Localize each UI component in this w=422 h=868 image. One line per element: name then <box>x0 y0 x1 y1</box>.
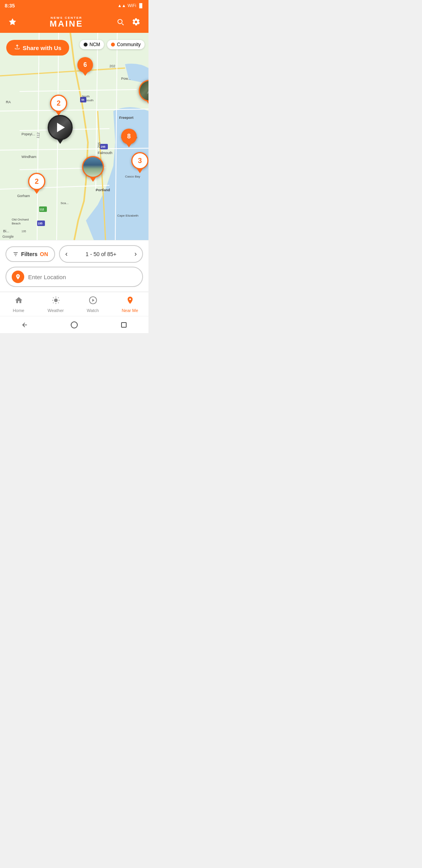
search-button[interactable] <box>113 15 127 29</box>
pin-2-bottom-tail <box>34 189 40 194</box>
recents-button[interactable] <box>118 319 129 330</box>
favorite-button[interactable] <box>5 15 20 29</box>
pin-8-tail <box>126 143 132 147</box>
next-page-button[interactable]: › <box>134 250 137 258</box>
svg-text:Windham: Windham <box>21 155 36 159</box>
svg-text:95: 95 <box>81 99 84 101</box>
photo-pin-landscape[interactable] <box>82 156 104 182</box>
filters-label: Filters <box>21 251 38 257</box>
status-icons: ▲▲ WiFi ▐▌ <box>118 3 144 8</box>
photo-inner-landscape <box>83 157 103 177</box>
svg-text:195: 195 <box>38 222 43 225</box>
svg-text:Beach: Beach <box>12 222 21 225</box>
svg-text:202: 202 <box>109 64 115 68</box>
upload-icon <box>14 44 20 52</box>
photo-play-inner <box>49 116 72 139</box>
svg-text:112: 112 <box>39 208 44 211</box>
legend-ncm-label: NCM <box>89 42 100 47</box>
location-input[interactable] <box>28 274 137 280</box>
battery-icon: ▐▌ <box>138 3 144 8</box>
nav-weather-label: Weather <box>48 308 64 313</box>
svg-text:Bi...: Bi... <box>3 229 9 233</box>
svg-text:Sca...: Sca... <box>61 201 68 205</box>
svg-text:112: 112 <box>36 132 40 138</box>
weather-icon <box>52 296 60 307</box>
nav-watch[interactable]: Watch <box>74 292 111 316</box>
svg-text:Freeport: Freeport <box>119 116 134 120</box>
status-bar: 8:35 ▲▲ WiFi ▐▌ <box>0 0 148 11</box>
signal-icon: ▲▲ <box>118 3 126 8</box>
status-time: 8:35 <box>5 3 15 9</box>
pin-3-value: 3 <box>131 152 148 169</box>
share-with-us-button[interactable]: Share with Us <box>6 40 69 56</box>
location-icon[interactable] <box>12 271 24 283</box>
pin-8-value: 8 <box>121 129 137 144</box>
nav-nearme-label: Near Me <box>122 308 138 313</box>
prev-page-button[interactable]: ‹ <box>65 250 68 258</box>
nav-watch-label: Watch <box>87 308 99 313</box>
nav-bar: Home Weather Watch Near Me <box>0 292 148 316</box>
logo-maine: MAINE <box>50 20 83 28</box>
share-btn-label: Share with Us <box>23 45 61 51</box>
home-icon <box>14 296 23 307</box>
svg-text:Casco Bay: Casco Bay <box>125 175 140 178</box>
map-pin-6[interactable]: 6 <box>77 57 93 77</box>
legend-ncm-dot <box>84 43 88 47</box>
svg-text:Old Orchard: Old Orchard <box>12 218 29 221</box>
legend-community: Community <box>107 40 145 49</box>
bottom-panel: Filters ON ‹ 1 - 50 of 85+ › <box>0 240 148 292</box>
pin-6-value: 6 <box>77 57 93 73</box>
pin-2-left-value: 2 <box>50 95 67 112</box>
photo-pin-video[interactable] <box>48 115 73 144</box>
pagination-control[interactable]: ‹ 1 - 50 of 85+ › <box>59 245 143 263</box>
map-pin-2-bottom[interactable]: 2 <box>28 173 45 194</box>
photo-play-tail <box>57 139 63 144</box>
pagination-text: 1 - 50 of 85+ <box>86 251 116 257</box>
location-row <box>5 267 143 287</box>
svg-text:Cape Elizabeth: Cape Elizabeth <box>117 214 138 217</box>
svg-text:Falmouth: Falmouth <box>98 151 113 155</box>
svg-text:295: 295 <box>101 145 106 148</box>
filters-status: ON <box>40 251 48 257</box>
photo-tail-forest <box>147 101 148 106</box>
watch-icon <box>89 296 97 307</box>
back-button[interactable] <box>19 319 30 330</box>
svg-text:195: 195 <box>21 230 26 233</box>
photo-circle-forest <box>139 80 148 102</box>
map-pin-2-left[interactable]: 2 <box>50 95 67 116</box>
google-credit: Google <box>2 235 14 239</box>
system-nav-bar <box>0 316 148 333</box>
svg-text:Pow...: Pow... <box>121 77 131 81</box>
photo-tail-landscape <box>90 177 96 182</box>
photo-inner-forest <box>140 81 148 100</box>
header: NEWS CENTER MAINE <box>0 11 148 33</box>
pin-6-tail <box>82 72 88 76</box>
nav-home[interactable]: Home <box>0 292 37 316</box>
svg-text:Gorham: Gorham <box>17 194 30 198</box>
settings-button[interactable] <box>129 15 143 29</box>
home-system-button[interactable] <box>69 319 80 330</box>
nav-nearme[interactable]: Near Me <box>111 292 148 316</box>
nav-weather[interactable]: Weather <box>37 292 74 316</box>
svg-text:RA: RA <box>6 100 11 104</box>
wifi-icon: WiFi <box>127 3 136 8</box>
svg-point-32 <box>54 298 57 302</box>
filters-button[interactable]: Filters ON <box>5 246 55 262</box>
legend-ncm: NCM <box>80 40 104 49</box>
nearme-icon <box>126 296 134 307</box>
legend-community-dot <box>111 43 115 47</box>
photo-pin-forest[interactable] <box>139 80 148 106</box>
recents-square-icon <box>121 322 127 328</box>
header-logo: NEWS CENTER MAINE <box>20 16 113 28</box>
svg-text:Popeyi...: Popeyi... <box>21 132 35 136</box>
map-legend: NCM Community <box>80 40 145 49</box>
svg-text:Portland: Portland <box>96 188 110 192</box>
home-circle-icon <box>71 321 78 328</box>
photo-play-circle <box>48 115 73 140</box>
map-pin-8[interactable]: 8 <box>121 129 137 148</box>
map-pin-3[interactable]: 3 <box>131 152 148 173</box>
legend-community-label: Community <box>117 42 141 47</box>
pin-2-bottom-value: 2 <box>28 173 45 190</box>
pin-3-tail <box>137 169 143 173</box>
map-container[interactable]: 202 95 295 112 RA Pow... Freeport North … <box>0 33 148 240</box>
